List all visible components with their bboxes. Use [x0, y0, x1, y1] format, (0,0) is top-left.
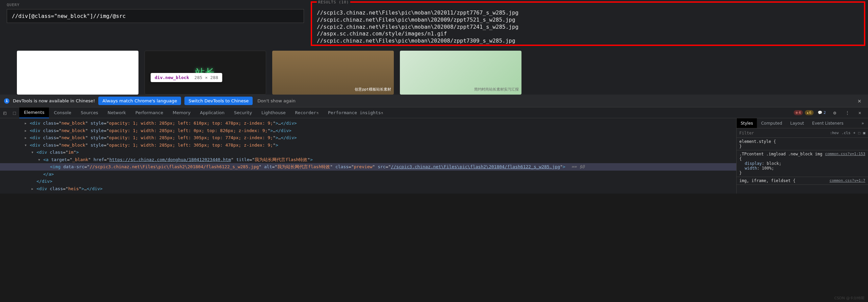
styles-filter-input[interactable]	[739, 131, 827, 135]
more-icon[interactable]: ⋮	[842, 110, 853, 116]
styles-sidebar: Styles Computed Layout Event Listeners »…	[736, 118, 868, 194]
new-rule-icon[interactable]: +	[853, 131, 856, 135]
tab-performance[interactable]: Performance	[131, 107, 168, 118]
results-list: //scpic3.chinaz.net\Files\pic\moban\2020…	[317, 9, 859, 45]
info-icon: i	[4, 98, 9, 104]
thumbnail-card[interactable]: 站长	[145, 51, 266, 95]
results-label: RESULTS (10)	[317, 0, 350, 4]
tab-console[interactable]: Console	[49, 107, 76, 118]
expand-arrow-icon[interactable]: ▸	[31, 185, 34, 192]
styles-tab-layout[interactable]: Layout	[786, 118, 808, 128]
tab-lighthouse[interactable]: Lighthouse	[257, 107, 290, 118]
tab-security[interactable]: Security	[229, 107, 257, 118]
devtools-panel: i DevTools is now available in Chinese! …	[0, 95, 868, 194]
issues-badge[interactable]: 2	[816, 110, 828, 115]
result-item[interactable]: //aspx.sc.chinaz.com/style/images/n1.gif	[317, 30, 859, 37]
tab-elements[interactable]: Elements	[19, 107, 49, 118]
result-item[interactable]: //scpic2.chinaz.net\Files\pic\moban\2020…	[317, 24, 859, 31]
hov-toggle[interactable]: :hov	[830, 131, 839, 135]
tooltip-dimensions: 285 × 288	[195, 75, 218, 80]
source-link[interactable]: common.css?v=1:7	[829, 178, 865, 183]
styles-filter-bar: :hov .cls + ⬚ ▣	[737, 128, 868, 138]
notice-text: DevTools is now available in Chinese!	[13, 98, 95, 103]
result-item[interactable]: //scpic.chinaz.net\Files\pic\moban\20200…	[317, 37, 859, 45]
language-notice-bar: i DevTools is now available in Chinese! …	[0, 95, 868, 107]
warnings-badge[interactable]: 6	[805, 110, 813, 115]
tab-application[interactable]: Application	[195, 107, 229, 118]
thumbnail-caption: 简约时尚站长素材实习汇报	[474, 87, 519, 92]
css-rule[interactable]: element.style {}	[737, 138, 868, 150]
result-item[interactable]: //scpic.chinaz.net\Files\pic\moban\20200…	[317, 17, 859, 24]
dom-tree[interactable]: ▸<div class="new_block" style="opacity: …	[0, 118, 736, 194]
css-rule[interactable]: common.css?v=1:153 .TPcontent .imgload .…	[737, 150, 868, 177]
tab-performance-insights[interactable]: Performance insights	[323, 107, 388, 118]
thumbnail-caption: 创意ppt模板站长素材	[355, 87, 391, 92]
dont-show-again-link[interactable]: Don't show again	[257, 98, 296, 103]
element-inspect-tooltip: div.new_block 285 × 288	[151, 73, 222, 82]
query-section: QUERY	[0, 0, 311, 47]
xpath-query-input[interactable]	[7, 9, 304, 23]
more-tabs-icon[interactable]: »	[858, 118, 868, 128]
css-rule[interactable]: common.css?v=1:7 img, iframe, fieldset {	[737, 177, 868, 185]
tooltip-selector: div.new_block	[155, 75, 189, 80]
query-label: QUERY	[7, 3, 304, 7]
results-section: RESULTS (10) //scpic3.chinaz.net\Files\p…	[311, 1, 865, 46]
expand-arrow-icon[interactable]: ▸	[24, 134, 27, 141]
collapse-arrow-icon[interactable]: ▾	[24, 142, 27, 149]
cls-toggle[interactable]: .cls	[842, 131, 851, 135]
devtools-tabs: ◰ ⬚ Elements Console Sources Network Per…	[0, 107, 868, 118]
computed-toggle-icon[interactable]: ⬚	[858, 131, 861, 135]
page-preview-section: 素材全站 JPG HTML PPT PNG HTM 音效素材网 html网页模板…	[0, 0, 868, 95]
switch-language-button[interactable]: Switch DevTools to Chinese	[184, 97, 253, 105]
thumbnail-card[interactable]	[17, 51, 138, 95]
styles-tabs: Styles Computed Layout Event Listeners »	[737, 118, 868, 128]
xpath-helper-panel: QUERY RESULTS (10) //scpic3.chinaz.net\F…	[0, 0, 868, 47]
always-match-button[interactable]: Always match Chrome's language	[98, 97, 181, 105]
thumbnail-card[interactable]: 创意ppt模板站长素材	[272, 51, 394, 95]
thumbnail-row: 站长 创意ppt模板站长素材 简约时尚站长素材实习汇报	[17, 51, 851, 95]
collapse-arrow-icon[interactable]: ▾	[38, 156, 41, 163]
close-devtools-icon[interactable]: ×	[855, 110, 865, 116]
inspect-element-icon[interactable]: ◰	[0, 110, 9, 116]
flask-icon	[316, 110, 318, 115]
styles-tab-styles[interactable]: Styles	[737, 118, 757, 128]
result-item[interactable]: //scpic3.chinaz.net\Files\pic\moban\2020…	[317, 9, 859, 17]
main-panels: ▸<div class="new_block" style="opacity: …	[0, 118, 868, 194]
expand-arrow-icon[interactable]: ▸	[24, 127, 27, 134]
styles-tab-event-listeners[interactable]: Event Listeners	[808, 118, 848, 128]
tab-recorder[interactable]: Recorder	[290, 107, 323, 118]
expand-arrow-icon[interactable]: ▸	[24, 120, 27, 127]
tab-network[interactable]: Network	[103, 107, 131, 118]
rendering-icon[interactable]: ▣	[863, 131, 865, 135]
flask-icon	[381, 110, 383, 115]
source-link[interactable]: common.css?v=1:153	[825, 152, 865, 156]
tab-sources[interactable]: Sources	[76, 107, 103, 118]
selected-dom-node[interactable]: <img data-src="//scpic3.chinaz.net\Files…	[0, 163, 736, 171]
collapse-arrow-icon[interactable]: ▾	[31, 149, 34, 156]
device-toolbar-icon[interactable]: ⬚	[9, 110, 19, 116]
errors-badge[interactable]: 4	[794, 110, 803, 115]
settings-icon[interactable]: ⚙	[830, 110, 839, 116]
close-icon[interactable]: ×	[855, 97, 864, 104]
thumbnail-card[interactable]: 简约时尚站长素材实习汇报	[400, 51, 521, 95]
tab-memory[interactable]: Memory	[168, 107, 195, 118]
styles-tab-computed[interactable]: Computed	[757, 118, 786, 128]
